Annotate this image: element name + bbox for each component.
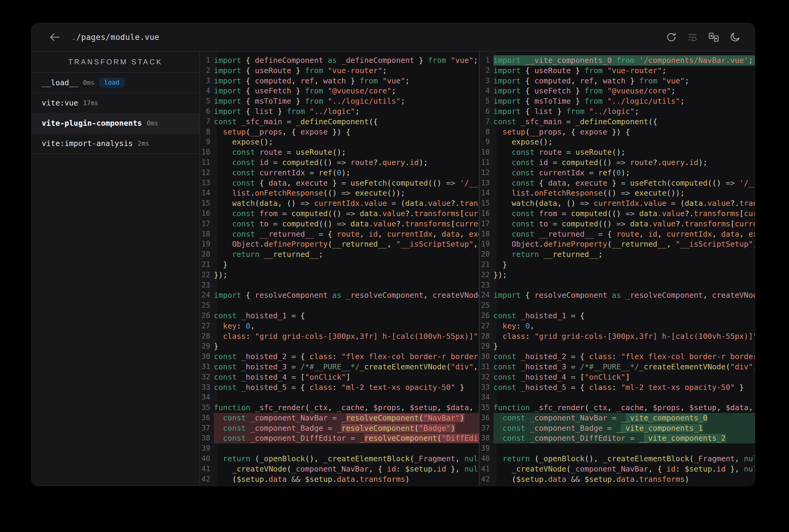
transformed-code-line: 18 const __returned__ = { route, id, cur…: [479, 229, 755, 240]
line-number: 31: [479, 362, 493, 372]
original-code-line: 35function _sfc_render(_ctx, _cache, $pr…: [200, 403, 479, 413]
transformed-code-line: 9 expose();: [479, 137, 755, 147]
line-number: 15: [479, 198, 493, 209]
line-number: 10: [479, 147, 493, 157]
transformed-code-line: 2import { useRoute } from "vue-router";: [479, 65, 755, 76]
transform-stack-item-vite:import-analysis[interactable]: vite:import-analysis2ms: [32, 134, 199, 154]
transform-stack-item-__load__[interactable]: __load__0msload: [32, 73, 199, 93]
line-number: 1: [479, 55, 493, 65]
original-code-line: 22});: [200, 270, 479, 280]
line-number: 36: [479, 413, 493, 423]
line-number: 31: [200, 362, 214, 372]
plugin-time: 0ms: [147, 120, 158, 127]
transform-stack-title: TRANSFORM STACK: [32, 52, 199, 73]
original-code-line: 9 expose();: [200, 137, 479, 147]
line-number: 13: [479, 178, 493, 188]
plugin-time: 17ms: [83, 99, 98, 107]
line-number: 23: [200, 280, 214, 290]
line-number: 24: [479, 290, 493, 301]
line-number: 25: [200, 301, 214, 311]
dark-mode-moon-icon[interactable]: [729, 32, 740, 43]
original-code-line: 32const _hoisted_4 = ["onClick"]: [200, 372, 479, 382]
line-number: 29: [479, 341, 493, 352]
original-code-line: 19 Object.defineProperty(__returned__, "…: [200, 239, 479, 249]
transformed-code-line: 25: [479, 301, 755, 311]
original-code-line: 31const _hoisted_3 = /*#__PURE__*/_creat…: [200, 362, 479, 372]
original-code-line: 13 const { data, execute } = useFetch(co…: [200, 178, 479, 188]
line-number: 40: [200, 454, 214, 464]
line-number: 2: [479, 65, 493, 76]
line-number: 38: [479, 433, 493, 443]
line-number: 14: [200, 188, 214, 198]
side-by-side-diff-icon[interactable]: [708, 32, 719, 43]
transform-stack-item-vite-plugin-components[interactable]: vite-plugin-components0ms: [32, 113, 199, 134]
header-bar: ./pages/module.vue: [32, 23, 755, 52]
original-code-line: 8 setup(__props, { expose }) {: [200, 127, 479, 137]
diff-pane-transformed[interactable]: 1import __vite_components_0 from '/compo…: [479, 52, 755, 486]
line-number: 17: [479, 219, 493, 229]
transformed-code-line: 32const _hoisted_4 = ["onClick"]: [479, 372, 755, 382]
line-number: 30: [479, 352, 493, 362]
transform-stack-item-vite:vue[interactable]: vite:vue17ms: [32, 93, 199, 113]
line-number: 18: [479, 229, 493, 240]
line-number: 17: [200, 219, 214, 229]
line-number: 9: [479, 137, 493, 147]
transformed-code-line: 22});: [479, 270, 755, 280]
line-number: 33: [200, 382, 214, 393]
line-number: 26: [479, 311, 493, 321]
line-number: 37: [200, 423, 214, 434]
transformed-code-line: 28 class: "grid grid-cols-[300px,3fr] h-…: [479, 331, 755, 342]
word-wrap-icon[interactable]: [687, 32, 698, 43]
line-number: 42: [479, 474, 493, 484]
original-code-line: 11 const id = computed(() => route?.quer…: [200, 157, 479, 168]
main-content: TRANSFORM STACK __load__0msloadvite:vue1…: [32, 52, 755, 486]
transformed-code-line: 13 const { data, execute } = useFetch(co…: [479, 178, 755, 188]
line-number: 19: [479, 239, 493, 249]
line-number: 10: [200, 147, 214, 157]
line-number: 23: [479, 280, 493, 290]
inspect-window: ./pages/module.vue TRANSFORM STACK __loa…: [31, 23, 755, 486]
line-number: 39: [200, 443, 214, 454]
diff-pane-original[interactable]: 1import { defineComponent as _defineComp…: [200, 52, 479, 486]
original-code-line: 30const _hoisted_2 = { class: "flex flex…: [200, 352, 479, 362]
transformed-code-line: 10 const route = useRoute();: [479, 147, 755, 157]
line-number: 4: [479, 86, 493, 96]
line-number: 22: [479, 270, 493, 280]
plugin-name: vite:import-analysis: [42, 139, 133, 148]
original-code-line: 38 const _component_DiffEditor = _resolv…: [200, 433, 479, 443]
transformed-code-line: 31const _hoisted_3 = /*#__PURE__*/_creat…: [479, 362, 755, 372]
back-arrow-icon[interactable]: [49, 31, 60, 43]
transformed-code-line: 17 const to = computed(() => data.value?…: [479, 219, 755, 229]
transformed-code-line: 3import { computed, ref, watch } from "v…: [479, 76, 755, 86]
original-code-line: 29}: [200, 341, 479, 352]
line-number: 7: [479, 117, 493, 127]
diff-editor: 1import { defineComponent as _defineComp…: [200, 52, 755, 486]
module-dot: .: [71, 33, 76, 42]
transformed-code-line: 23: [479, 280, 755, 290]
original-code-line: 20 return __returned__;: [200, 249, 479, 260]
line-number: 37: [479, 423, 493, 434]
original-code-line: 14 list.onFetchResponse(() => execute())…: [200, 188, 479, 198]
transformed-code-line: 24import { resolveComponent as _resolveC…: [479, 290, 755, 301]
original-code-line: 39: [200, 443, 479, 454]
transformed-code-line: 19 Object.defineProperty(__returned__, "…: [479, 239, 755, 249]
line-number: 27: [200, 321, 214, 331]
transformed-code-line: 39: [479, 443, 755, 454]
line-number: 18: [200, 229, 214, 240]
transformed-code-line: 38 const _component_DiffEditor = __vite_…: [479, 433, 755, 443]
original-code-line: 36 const _component_NavBar = _resolveCom…: [200, 413, 479, 423]
transform-stack-sidebar: TRANSFORM STACK __load__0msloadvite:vue1…: [32, 52, 200, 486]
transformed-code-line: 20 return __returned__;: [479, 249, 755, 260]
line-number: 5: [479, 96, 493, 107]
header-icons: [666, 32, 740, 43]
transformed-code-line: 5import { msToTime } from "../logic/util…: [479, 96, 755, 107]
transformed-code-line: 36 const _component_NavBar = __vite_comp…: [479, 413, 755, 423]
original-code-line: 16 const from = computed(() => data.valu…: [200, 209, 479, 219]
original-code-line: 33const _hoisted_5 = { class: "ml-2 text…: [200, 382, 479, 393]
line-number: 33: [479, 382, 493, 393]
refresh-icon[interactable]: [666, 32, 677, 43]
line-number: 32: [200, 372, 214, 382]
line-number: 32: [479, 372, 493, 382]
original-code-line: 34: [200, 392, 479, 403]
original-code-line: 6import { list } from "../logic";: [200, 107, 479, 117]
